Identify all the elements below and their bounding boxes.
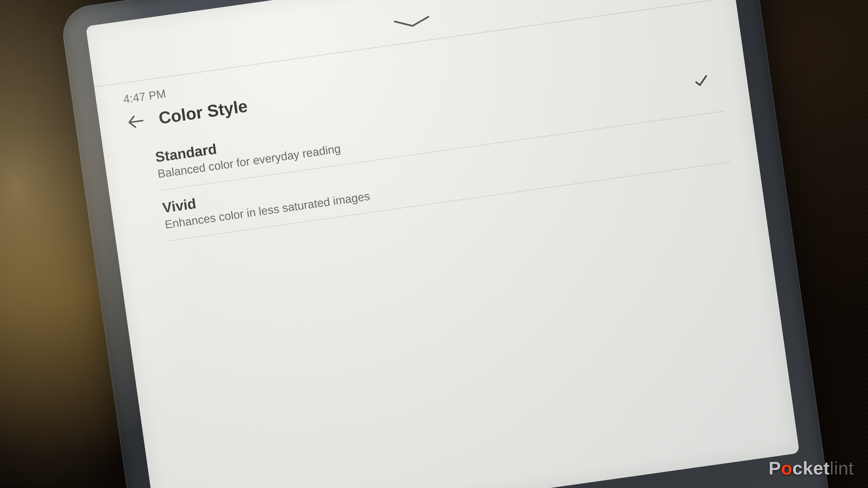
back-button[interactable] (125, 111, 146, 132)
clock-label: 4:47 PM (122, 87, 167, 106)
svg-line-3 (130, 121, 143, 122)
device-screen: 45% (85, 0, 800, 488)
watermark-tail: lint (830, 458, 854, 478)
watermark-accent: o (781, 458, 792, 478)
tablet-device: 45% (59, 0, 833, 488)
watermark-suffix: cket (792, 458, 830, 478)
watermark: Pocketlint (769, 458, 854, 479)
sheet-collapse-handle[interactable] (388, 13, 436, 33)
watermark-prefix: P (769, 458, 781, 478)
page-title: Color Style (157, 96, 249, 128)
check-icon (692, 72, 710, 90)
